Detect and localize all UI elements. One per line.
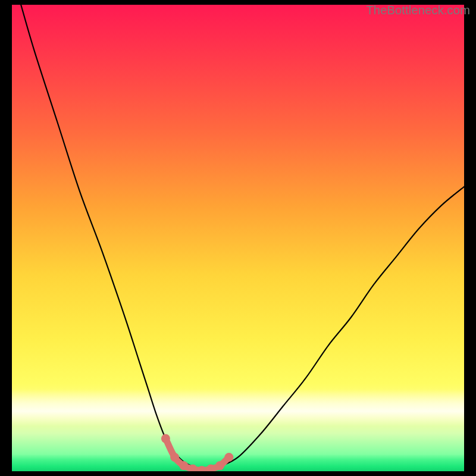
optimal-zone-dot xyxy=(161,434,170,443)
watermark-text: TheBottleneck.com xyxy=(366,4,470,17)
optimal-zone-dot xyxy=(179,461,188,470)
bottleneck-curve xyxy=(21,5,464,471)
chart-stage: TheBottleneck.com xyxy=(0,0,476,476)
optimal-zone-dot xyxy=(198,466,206,471)
optimal-zone-dot xyxy=(224,453,233,462)
plot-area xyxy=(12,5,464,471)
curve-svg xyxy=(12,5,464,471)
optimal-zone-dot xyxy=(170,453,179,462)
optimal-zone-markers xyxy=(161,434,233,471)
optimal-zone-dot xyxy=(215,461,224,470)
